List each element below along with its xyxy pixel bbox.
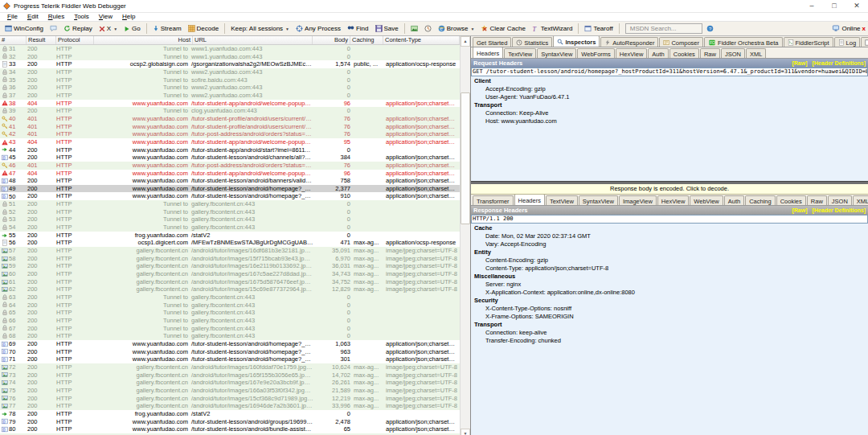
tab-filters[interactable]: Filters — [861, 37, 868, 47]
header-item[interactable]: Server: nginx — [473, 281, 868, 289]
session-row[interactable]: 65200HTTPTunnel togallery.fbcontent.cn:4… — [0, 309, 460, 317]
header-item[interactable]: X-Frame-Options: SAMEORIGIN — [473, 313, 868, 321]
maximize-button[interactable]: □ — [823, 0, 845, 12]
column-header--[interactable]: # — [0, 36, 27, 44]
toolbar-replay[interactable]: Replay — [61, 24, 95, 33]
tab-log[interactable]: Log — [834, 37, 861, 47]
menu-file[interactable]: File — [2, 13, 23, 21]
toolbar-screenshot-icon[interactable] — [408, 24, 420, 33]
tab-webview[interactable]: WebView — [690, 195, 723, 205]
tree-section[interactable]: Entity — [473, 248, 868, 256]
session-row[interactable]: {}49200HTTPwww.yuanfudao.com/tutor-stude… — [0, 185, 460, 193]
session-row[interactable]: 47404HTTPwww.yuanfudao.com/tutor-student… — [0, 170, 460, 178]
toolbar-any-process[interactable]: Any Process — [293, 24, 343, 33]
session-row[interactable]: 44200HTTPwww.yuanfudao.com/tutor-student… — [0, 146, 460, 154]
tab-fiddlerscript[interactable]: FiddlerScript — [784, 37, 833, 47]
session-row[interactable]: 34200HTTPTunnel towww2.yuanfudao.com:443… — [0, 68, 460, 76]
tree-section[interactable]: Miscellaneous — [473, 273, 868, 281]
tab-statistics[interactable]: Statistics — [512, 37, 552, 47]
scroll-up-arrow[interactable]: ▲ — [461, 36, 470, 47]
tab-raw[interactable]: Raw — [700, 48, 720, 58]
tree-section[interactable]: Client — [473, 77, 868, 85]
session-row[interactable]: {}71200HTTPwww.yuanfudao.com/tutor-stude… — [0, 355, 460, 363]
tab-syntaxview[interactable]: SyntaxView — [537, 48, 576, 58]
decode-banner[interactable]: Response body is encoded. Click to decod… — [471, 184, 868, 195]
column-header-content-type[interactable]: Content-Type — [383, 36, 460, 44]
session-row[interactable]: {}79200HTTPwww.yuanfudao.com/tutor-stude… — [0, 418, 460, 426]
response-status-line[interactable]: HTTP/1.1 200 — [471, 215, 868, 224]
tab-json[interactable]: JSON — [828, 195, 852, 205]
header-item[interactable]: X-Content-Type-Options: nosniff — [473, 305, 868, 313]
tab-textview[interactable]: TextView — [546, 195, 578, 205]
tab-auth[interactable]: Auth — [648, 48, 668, 58]
tab-textview[interactable]: TextView — [504, 48, 536, 58]
session-row[interactable]: 41401HTTPwww.yuanfudao.com/tutor-student… — [0, 123, 460, 131]
session-row[interactable]: {}45200HTTPwww.yuanfudao.com/tutor-stude… — [0, 154, 460, 162]
header-link-raw[interactable]: [Raw] — [792, 207, 807, 213]
session-row[interactable]: {}50200HTTPwww.yuanfudao.com/tutor-stude… — [0, 192, 460, 200]
session-row[interactable]: 31200HTTPTunnel towww1.yuanfudao.com:443… — [0, 45, 460, 53]
session-row[interactable]: 37200HTTPTunnel towww2.yuanfudao.com:443… — [0, 92, 460, 100]
online-close-icon[interactable]: x — [862, 25, 866, 32]
toolbar-textwizard[interactable]: TTextWizard — [530, 24, 575, 33]
session-row[interactable]: 35200HTTPTunnel tosofire.baidu.com:4430 — [0, 76, 460, 84]
session-row[interactable]: 76200HTTPgallery.fbcontent.cn/android/tu… — [0, 395, 460, 403]
toolbar-comment-icon[interactable] — [47, 24, 59, 33]
menu-tools[interactable]: Tools — [69, 13, 94, 21]
toolbar-stream[interactable]: Stream — [150, 24, 184, 33]
session-row[interactable]: 59200HTTPgallery.fbcontent.cn/android/tu… — [0, 262, 460, 270]
header-item[interactable]: Vary: Accept-Encoding — [473, 240, 868, 248]
toolbar-x[interactable]: X▼ — [96, 24, 120, 33]
session-row[interactable]: 64200HTTPTunnel togallery.fbcontent.cn:4… — [0, 302, 460, 310]
header-item[interactable]: Transfer-Encoding: chunked — [473, 337, 868, 345]
sessions-scrollbar[interactable]: ▲ ▼ — [460, 36, 470, 435]
header-link-headerdefinitions[interactable]: [Header Definitions] — [812, 60, 866, 66]
header-item[interactable]: Content-Type: application/json;charset=U… — [473, 265, 868, 273]
session-row[interactable]: 68200HTTPTunnel togallery.fbcontent.cn:4… — [0, 332, 460, 340]
session-row[interactable]: {}69200HTTPwww.yuanfudao.com/tutor-stude… — [0, 340, 460, 348]
session-row[interactable]: 52200HTTPTunnel togallery.fbcontent.cn:4… — [0, 208, 460, 216]
tab-fiddler-orchestra-beta[interactable]: FOFiddler Orchestra Beta — [704, 37, 782, 47]
session-row[interactable]: 61200HTTPgallery.fbcontent.cn/android/tu… — [0, 278, 460, 286]
header-item[interactable]: Connection: Keep-Alive — [473, 109, 868, 117]
header-item[interactable]: Accept-Encoding: gzip — [473, 85, 868, 93]
help-icon[interactable]: ? — [706, 25, 714, 32]
session-row[interactable]: 51200HTTPTunnel togallery.fbcontent.cn:4… — [0, 200, 460, 208]
column-header-host[interactable]: Host — [94, 36, 193, 44]
column-header-caching[interactable]: Caching — [350, 36, 383, 44]
header-item[interactable]: User-Agent: YuanFuDao/6.47.1 — [473, 93, 868, 101]
tab-syntaxview[interactable]: SyntaxView — [579, 195, 618, 205]
session-row[interactable]: 56200HTTPocsp1.digicert.com/MFEwTzBNMEsw… — [0, 239, 460, 247]
header-item[interactable]: X-Application-Context: application:onlin… — [473, 289, 868, 297]
toolbar-keep-all-sessions[interactable]: Keep: All sessions▼ — [228, 24, 292, 33]
session-row[interactable]: 40401HTTPwww.yuanfudao.com/tutor-student… — [0, 115, 460, 123]
session-row[interactable]: 54200HTTPTunnel togallery.fbcontent.cn:4… — [0, 224, 460, 232]
session-row[interactable]: 73200HTTPgallery.fbcontent.cn/android/tu… — [0, 371, 460, 380]
tab-raw[interactable]: Raw — [807, 195, 827, 205]
session-row[interactable]: 72200HTTPgallery.fbcontent.cn/android/tu… — [0, 363, 460, 371]
column-header-result[interactable]: Result — [27, 36, 56, 44]
header-item[interactable]: Host: www.yuanfudao.com — [473, 117, 868, 125]
session-row[interactable]: 67200HTTPTunnel togallery.fbcontent.cn:4… — [0, 325, 460, 333]
toolbar-clear-cache[interactable]: Clear Cache — [478, 24, 527, 33]
toolbar-browse[interactable]: eBrowse▼ — [436, 24, 477, 33]
close-button[interactable]: ✕ — [845, 0, 868, 12]
session-row[interactable]: 33200HTTPocsp2.globalsign.com/gsorganiza… — [0, 60, 460, 68]
tab-hexview[interactable]: HexView — [616, 48, 647, 58]
menu-rules[interactable]: Rules — [43, 13, 69, 21]
tab-caching[interactable]: Caching — [745, 195, 776, 205]
tab-xml[interactable]: XML — [746, 48, 766, 58]
tab-headers[interactable]: Headers — [514, 195, 545, 205]
tab-headers[interactable]: Headers — [473, 47, 503, 58]
session-row[interactable]: 46401HTTPwww.yuanfudao.com/tutor-post-ad… — [0, 162, 460, 170]
header-item[interactable]: Content-Encoding: gzip — [473, 256, 868, 265]
session-row[interactable]: 66200HTTPTunnel togallery.fbcontent.cn:4… — [0, 317, 460, 325]
request-line[interactable]: GET /tutor-student-lesson/android/homepa… — [471, 68, 868, 76]
scroll-track[interactable] — [461, 47, 470, 429]
session-row[interactable]: {}80200HTTPwww.yuanfudao.com/tutor-stude… — [0, 425, 460, 433]
toolbar-tearoff[interactable]: Tearoff — [582, 24, 615, 33]
session-row[interactable]: 74200HTTPgallery.fbcontent.cn/android/tu… — [0, 379, 460, 387]
session-row[interactable]: 36200HTTPTunnel towww2.yuanfudao.com:443… — [0, 84, 460, 92]
column-header-url[interactable]: URL — [193, 36, 313, 44]
tab-cookies[interactable]: Cookies — [776, 195, 806, 205]
